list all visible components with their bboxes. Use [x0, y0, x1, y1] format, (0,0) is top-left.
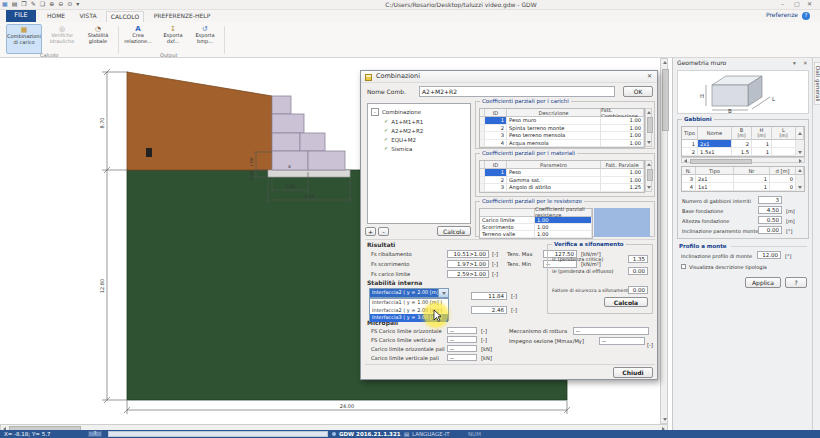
table-row: 1 Peso muro 1.00 — [480, 117, 644, 125]
field-label: Altezza fondazione — [682, 219, 729, 225]
carichi-scrollbar[interactable] — [645, 108, 652, 147]
tree-item[interactable]: ✓ A1+M1+R1 — [384, 119, 470, 125]
status-command-bar[interactable] — [108, 431, 328, 437]
dialog-title-bar[interactable]: Combinazioni ✕ — [361, 71, 657, 83]
zoom-extents-icon[interactable]: ⊙ — [67, 1, 72, 8]
dialog-close-icon[interactable]: ✕ — [647, 73, 652, 80]
zoom-in-icon[interactable]: ⊕ — [49, 1, 54, 8]
language-indicator[interactable]: LANGUAGE-IT — [412, 431, 450, 437]
group-title: Verifica a sifonamento — [552, 241, 626, 247]
svg-text:0.50: 0.50 — [249, 170, 254, 179]
applica-button[interactable]: Applica — [745, 277, 781, 288]
combinations-tree[interactable]: - Combinazione ✓ A1+M1+R1 ✓ A2+M2+R2 ✓ E… — [367, 103, 471, 224]
svg-text:4.50: 4.50 — [304, 194, 314, 199]
gabbioni-interriti-input[interactable]: 3 — [758, 196, 782, 204]
app-icon[interactable]: ▦ — [2, 1, 8, 8]
stabilita-globale-button[interactable]: ◔ Stabilità globale — [82, 24, 114, 54]
materiali-table[interactable]: ID Parametro Fatt. Parziale 1 Peso 1.00 … — [479, 160, 645, 193]
foundation-slab — [268, 170, 350, 177]
gabbioni-group: Gabbioni Tipo Nome B[m] H[m] L[m] 1 2x1 … — [677, 119, 809, 239]
ribbon-group-separator — [118, 26, 119, 54]
crea-relazione-button[interactable]: A Crea relazione... — [122, 24, 154, 54]
interfaccia-combobox[interactable]: Interfaccia2 ( y = 2.00 [m] ) — [369, 288, 449, 298]
nome-comb-input[interactable]: A2+M2+R2 — [419, 86, 615, 97]
calcola-button[interactable]: Calcola — [437, 226, 471, 236]
field-label: Carico limite verticale pali — [371, 356, 439, 362]
panel-title: Geometria muro — [677, 60, 726, 67]
panel-close-icon[interactable]: ✕ — [803, 60, 808, 66]
field-label: FS Carico limite verticale — [371, 338, 436, 344]
inclinazione-profilo-input[interactable]: 12.00 — [757, 251, 781, 259]
page-icon[interactable]: ❏ — [40, 1, 45, 8]
tab-preferenze-help[interactable]: PREFERENZE-HELP — [150, 11, 214, 22]
field-label: Base fondazione — [682, 209, 723, 215]
save-icon[interactable]: ▤ — [12, 1, 18, 8]
gabion-types-table[interactable]: Tipo Nome B[m] H[m] L[m] 1 2x1 2 1 2 — [681, 126, 805, 157]
button-label: relazione... — [122, 39, 154, 45]
button-label: bmp... — [190, 39, 220, 45]
chiudi-button[interactable]: Chiudi — [613, 367, 653, 378]
materiali-scrollbar[interactable] — [645, 160, 652, 192]
help-icon[interactable]: ? — [802, 12, 810, 20]
edit-icon[interactable]: ✎ — [31, 1, 36, 8]
carichi-table[interactable]: ID Descrizione Fatt. Combinazione 1 Peso… — [479, 108, 645, 148]
application-window: ▦ ▤ ❐ ✎ ❏ ⊕ ⊖ ⊙ ▾ C:/Users/Rosario/Deskt… — [0, 0, 820, 438]
close-button[interactable]: ✕ — [807, 1, 812, 8]
tab-home[interactable]: HOME — [42, 11, 70, 22]
tree-item[interactable]: ✓ Sismica — [384, 146, 470, 152]
maximize-button[interactable]: ▢ — [794, 1, 800, 8]
qat-dropdown-icon[interactable]: ▾ — [76, 1, 79, 8]
add-combination-button[interactable]: + — [365, 227, 376, 236]
field-label: Fs carico limite — [371, 272, 410, 278]
tab-file[interactable]: FILE — [6, 10, 36, 22]
nome-comb-label: Nome Comb. — [367, 89, 406, 96]
ok-button[interactable]: OK — [623, 86, 653, 97]
status-help-button[interactable]: ? — [88, 431, 102, 437]
tree-collapse-box[interactable]: - — [371, 108, 379, 116]
coordinates-readout: X= -8.18; Y= 5.7 — [4, 431, 50, 437]
zoom-out-icon[interactable]: ⊖ — [58, 1, 63, 8]
tree-item-label[interactable]: A1+M1+R1 — [391, 119, 423, 125]
ie-pendenza-field[interactable]: 0.00 — [628, 267, 648, 275]
svg-text:2.00: 2.00 — [285, 184, 295, 189]
ic-pendenza-field[interactable]: 1.35 — [628, 255, 648, 263]
combinazioni-di-carico-button[interactable]: ▦ Combinazioni di carico — [6, 24, 42, 54]
field-label: Impegno sezione [Mmax/My] — [509, 339, 584, 345]
combobox-dropdown-icon[interactable] — [438, 289, 448, 297]
inclinazione-paramento-input[interactable]: 0.00 — [758, 226, 782, 234]
tree-item[interactable]: ✓ A2+M2+R2 — [384, 128, 470, 134]
esporta-dxf-button[interactable]: ↧ Esporta dxf... — [158, 24, 188, 54]
tab-dati-generali[interactable]: Dati generali — [814, 62, 820, 105]
minimize-button[interactable]: – — [781, 1, 784, 8]
vertical-scrollbar[interactable] — [660, 58, 668, 424]
visualizza-descrizione-checkbox[interactable] — [681, 264, 686, 269]
tree-item[interactable]: ✓ EQU+M2 — [384, 137, 470, 143]
table-horizontal-scrollbar[interactable] — [681, 157, 805, 163]
copy-icon[interactable]: ❐ — [21, 1, 26, 8]
tree-item-label[interactable]: EQU+M2 — [391, 137, 416, 143]
panel-pin-icon[interactable]: ▾ — [793, 60, 796, 66]
resistenze-table[interactable]: Coefficienti parziali resistenze Carico … — [479, 208, 593, 239]
svg-text:1.00: 1.00 — [249, 157, 254, 167]
sifonamento-calcola-button[interactable]: Calcola — [604, 297, 648, 307]
altezza-fondazione-input[interactable]: 0.50 — [758, 216, 782, 224]
fs-verticale-field: -- — [447, 336, 477, 343]
carico-verticale-field: -- — [447, 354, 477, 361]
fs-orizzontale-field: -- — [447, 327, 477, 334]
dock-tab-strip: Dati generali — [812, 58, 820, 431]
panel-help-button[interactable]: ? — [785, 277, 807, 288]
preferenze-link[interactable]: Preferenze — [766, 12, 798, 19]
button-label: idrauliche — [46, 39, 78, 45]
tree-root-label[interactable]: Combinazione — [382, 109, 421, 115]
base-fondazione-input[interactable]: 4.50 — [758, 206, 782, 214]
tree-item-label[interactable]: A2+M2+R2 — [391, 128, 423, 134]
verifiche-idrauliche-button[interactable]: ◎ Verifiche idrauliche — [46, 24, 78, 54]
gabion-courses-table[interactable]: N. Tipo Nr d [m] 3 2x1 1 0 4 1x1 1 — [681, 166, 805, 192]
field-label: Tens. Max — [507, 252, 533, 258]
unit-label: [-] — [647, 343, 653, 349]
remove-combination-button[interactable]: - — [378, 227, 389, 236]
impegno-sezione-field: -- — [599, 337, 645, 345]
esporta-bmp-button[interactable]: ↺ Esporta bmp... — [190, 24, 220, 54]
tree-item-label[interactable]: Sismica — [391, 146, 412, 152]
tab-vista[interactable]: VISTA — [74, 11, 102, 22]
